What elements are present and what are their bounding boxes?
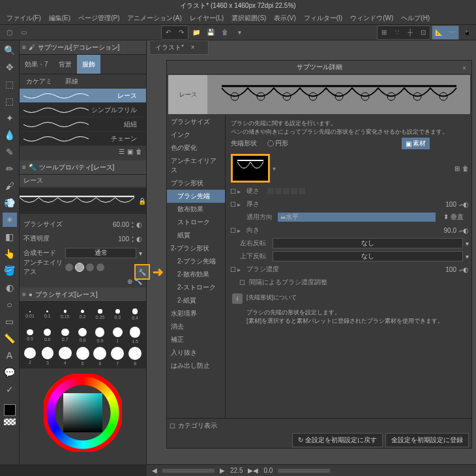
brush-size-preset[interactable]: 0.25 [92, 305, 108, 324]
menu-item[interactable]: レイヤー(L) [186, 12, 228, 24]
category-item[interactable]: 色の変化 [167, 141, 225, 155]
pen-icon[interactable]: ✎ [3, 145, 17, 159]
brush-size-preset[interactable]: 1 [110, 325, 125, 345]
spinner-icon[interactable]: ▴▾ [132, 234, 134, 243]
expand-icon[interactable]: ▸ [237, 227, 244, 234]
magnet-icon[interactable]: ∵ [391, 26, 404, 39]
new-icon[interactable]: ▢ [3, 26, 16, 39]
balloon-icon[interactable]: 💬 [3, 365, 17, 379]
menu-icon[interactable]: ≡ [22, 164, 26, 171]
category-item[interactable]: はみ出し防止 [167, 359, 225, 372]
brush-size-preset[interactable]: 0.15 [57, 305, 73, 324]
gradient-icon[interactable]: ◐ [3, 280, 17, 295]
open-icon[interactable]: ▭ [17, 26, 30, 39]
select-icon[interactable]: ⬚ [3, 94, 17, 108]
category-item[interactable]: 消去 [167, 320, 225, 333]
thickness-value[interactable]: 100 [445, 201, 459, 208]
blend-icon[interactable]: 👆 [3, 246, 17, 261]
brush-size-preset[interactable]: 5 [75, 346, 91, 366]
frame-icon[interactable]: ▭ [3, 314, 17, 329]
save-icon[interactable]: 💾 [204, 26, 217, 39]
brush-size-preset[interactable]: 0.1 [40, 305, 55, 324]
folder-icon[interactable]: 📁 [190, 26, 203, 39]
blend-select[interactable]: 通常 [65, 248, 136, 258]
brush-size-preset[interactable]: 0.4 [127, 305, 143, 324]
category-item[interactable]: ブラシ先端 [167, 190, 225, 203]
angle-slider[interactable] [278, 469, 330, 473]
undo-icon[interactable]: ↶ [162, 26, 175, 39]
brush-size-value[interactable]: 60.00 [65, 221, 129, 228]
text-icon[interactable]: A [3, 348, 17, 363]
wand-icon[interactable]: ✦ [3, 111, 17, 125]
bg-color[interactable] [4, 419, 16, 425]
category-item[interactable]: 紙質 [167, 229, 225, 242]
duplicate-icon[interactable]: ▣ [127, 148, 133, 158]
category-item[interactable]: ブラシサイズ [167, 115, 225, 128]
menu-item[interactable]: 選択範囲(S) [228, 12, 270, 24]
menu-item[interactable]: アニメーション(A) [123, 12, 185, 24]
menu-icon[interactable]: ≡ [22, 291, 26, 298]
category-item[interactable]: 2-ブラシ形状 [167, 242, 225, 255]
brush-size-preset[interactable]: 1.5 [127, 325, 143, 345]
trash-icon[interactable]: 🗑 [136, 148, 142, 158]
hardness-opt[interactable] [275, 188, 282, 194]
density-value[interactable]: 100 [445, 266, 459, 273]
spinner-icon[interactable]: ▴▾ [132, 220, 134, 229]
smartphone-icon[interactable]: 📱 [460, 26, 473, 39]
decoration-icon[interactable]: ✶ [3, 213, 17, 227]
brush-size-preset[interactable]: 2 [22, 346, 38, 366]
tip-circle-option[interactable]: 円形 [267, 139, 288, 148]
category-item[interactable]: 2-ストローク [167, 281, 225, 294]
menu-item[interactable]: ファイル(F) [3, 12, 45, 24]
fill-icon[interactable]: 🪣 [3, 263, 17, 278]
aa-option[interactable] [86, 263, 94, 271]
register-all-button[interactable]: 全設定を初期設定に登録 [385, 433, 469, 447]
document-tab[interactable]: イラスト* × [149, 40, 209, 55]
add-icon[interactable]: ⊞ [454, 165, 460, 172]
subtool-tab[interactable]: 服飾 [77, 55, 100, 74]
category-item[interactable]: 2-ブラシ先端 [167, 255, 225, 268]
pencil-icon[interactable]: ✏ [3, 162, 17, 176]
dynamics-icon[interactable]: ◐ [463, 201, 469, 208]
trash-icon[interactable]: 🗑 [218, 26, 231, 39]
direction-h-option[interactable]: ⬌ 水平 [278, 213, 436, 222]
redo-icon[interactable]: ↷ [175, 26, 188, 39]
hardness-opt[interactable] [283, 188, 290, 194]
menu-item[interactable]: 表示(V) [270, 12, 299, 24]
menu-item[interactable]: ページ管理(P) [74, 12, 123, 24]
category-item[interactable]: 2-紙質 [167, 294, 225, 307]
tip-material-option[interactable]: ▣素材 [402, 138, 430, 149]
category-item[interactable]: インク [167, 128, 225, 141]
category-item[interactable]: 補正 [167, 333, 225, 346]
checkbox[interactable]: ☐ [228, 201, 237, 208]
airbrush-icon[interactable]: 💨 [3, 196, 17, 210]
dynamics-icon[interactable]: ◐ [136, 221, 142, 228]
brush-item[interactable]: シンプルフリル [20, 103, 146, 117]
trash-icon[interactable]: ▾ [233, 26, 246, 39]
subtool-tab[interactable]: 背景 [53, 55, 77, 74]
snap-icon[interactable]: ⊡ [417, 26, 430, 39]
brush-size-preset[interactable]: 0.6 [40, 325, 55, 345]
close-icon[interactable]: × [460, 62, 469, 71]
aa-option[interactable] [65, 263, 73, 271]
brush-size-preset[interactable]: 0.9 [92, 325, 108, 345]
chevron-down-icon[interactable]: ▾ [139, 250, 142, 257]
nav-left-icon[interactable]: ◀ [152, 467, 157, 474]
shape-icon[interactable]: ○ [3, 297, 17, 312]
menu-item[interactable]: ウィンドウ(W) [346, 12, 397, 24]
zoom-icon[interactable]: 🔍 [3, 43, 17, 57]
fg-color[interactable] [4, 404, 16, 416]
nav-right-icon[interactable]: ▶ [220, 467, 225, 474]
category-item[interactable]: アンチエイリアス [167, 155, 225, 177]
nav-left-icon[interactable]: ▶◀ [248, 467, 258, 474]
angle-value[interactable]: 90.0 [444, 227, 459, 234]
brush-item[interactable]: 組紐 [20, 117, 146, 132]
expand-icon[interactable]: ▸ [237, 188, 244, 195]
expand-icon[interactable]: ▸ [237, 266, 244, 273]
dynamics-icon[interactable]: ◐ [463, 266, 469, 273]
hardness-opt[interactable] [267, 188, 274, 194]
color-wheel[interactable] [44, 374, 122, 452]
category-item[interactable]: 入り抜き [167, 346, 225, 359]
category-item[interactable]: ストローク [167, 216, 225, 229]
reset-all-button[interactable]: ↻ 全設定を初期設定に戻す [292, 433, 383, 447]
